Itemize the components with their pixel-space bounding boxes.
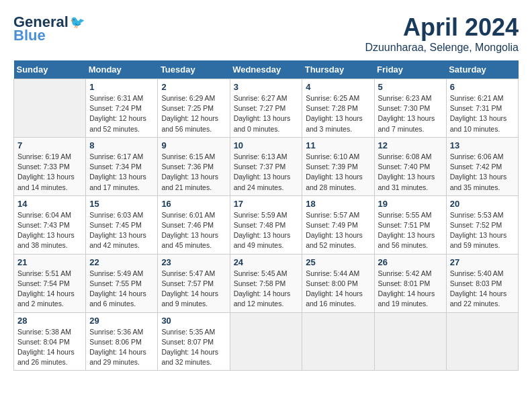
table-row: 26 Sunrise: 5:42 AMSunset: 8:01 PMDaylig… [374,254,446,312]
day-info: Sunrise: 5:51 AMSunset: 7:54 PMDaylight:… [17,269,82,310]
day-number: 5 [378,82,443,92]
day-number: 28 [17,316,82,326]
day-info: Sunrise: 6:31 AMSunset: 7:24 PMDaylight:… [89,93,154,134]
day-number: 12 [378,140,443,150]
table-row: 16 Sunrise: 6:01 AMSunset: 7:46 PMDaylig… [158,195,230,254]
day-number: 30 [161,316,226,326]
table-row: 4 Sunrise: 6:25 AMSunset: 7:28 PMDayligh… [302,79,374,138]
day-info: Sunrise: 5:57 AMSunset: 7:49 PMDaylight:… [306,210,370,251]
day-info: Sunrise: 6:17 AMSunset: 7:34 PMDaylight:… [89,152,154,193]
day-info: Sunrise: 5:42 AMSunset: 8:01 PMDaylight:… [378,269,443,310]
table-row: 29 Sunrise: 5:36 AMSunset: 8:06 PMDaylig… [86,312,158,371]
table-row: 28 Sunrise: 5:38 AMSunset: 8:04 PMDaylig… [14,312,86,371]
day-number: 24 [234,257,299,267]
table-row: 22 Sunrise: 5:49 AMSunset: 7:55 PMDaylig… [86,254,158,312]
day-number: 2 [161,82,226,92]
calendar-week-row: 7 Sunrise: 6:19 AMSunset: 7:33 PMDayligh… [14,137,519,195]
col-sunday: Sunday [14,60,86,79]
table-row [230,312,302,371]
calendar-week-row: 21 Sunrise: 5:51 AMSunset: 7:54 PMDaylig… [14,254,519,312]
day-number: 15 [89,199,154,209]
table-row: 5 Sunrise: 6:23 AMSunset: 7:30 PMDayligh… [374,79,446,138]
table-row: 8 Sunrise: 6:17 AMSunset: 7:34 PMDayligh… [86,137,158,195]
table-row [446,312,518,371]
day-info: Sunrise: 5:47 AMSunset: 7:57 PMDaylight:… [161,269,226,310]
day-number: 25 [306,257,370,267]
day-info: Sunrise: 5:44 AMSunset: 8:00 PMDaylight:… [306,269,370,310]
day-number: 26 [378,257,443,267]
col-tuesday: Tuesday [158,60,230,79]
day-info: Sunrise: 6:04 AMSunset: 7:43 PMDaylight:… [17,210,82,251]
day-info: Sunrise: 5:40 AMSunset: 8:03 PMDaylight:… [450,269,515,310]
day-info: Sunrise: 6:21 AMSunset: 7:31 PMDaylight:… [450,93,515,134]
table-row: 13 Sunrise: 6:06 AMSunset: 7:42 PMDaylig… [446,137,518,195]
day-number: 3 [234,82,299,92]
col-saturday: Saturday [446,60,518,79]
day-info: Sunrise: 6:27 AMSunset: 7:27 PMDaylight:… [234,93,299,134]
table-row: 7 Sunrise: 6:19 AMSunset: 7:33 PMDayligh… [14,137,86,195]
day-info: Sunrise: 6:06 AMSunset: 7:42 PMDaylight:… [450,152,515,193]
day-number: 27 [450,257,515,267]
table-row: 25 Sunrise: 5:44 AMSunset: 8:00 PMDaylig… [302,254,374,312]
day-number: 18 [306,199,370,209]
calendar-week-row: 1 Sunrise: 6:31 AMSunset: 7:24 PMDayligh… [14,79,519,138]
day-info: Sunrise: 6:10 AMSunset: 7:39 PMDaylight:… [306,152,370,193]
day-info: Sunrise: 6:13 AMSunset: 7:37 PMDaylight:… [234,152,299,193]
day-number: 22 [89,257,154,267]
table-row: 9 Sunrise: 6:15 AMSunset: 7:36 PMDayligh… [158,137,230,195]
day-info: Sunrise: 6:25 AMSunset: 7:28 PMDaylight:… [306,93,370,134]
location-subtitle: Dzuunharaa, Selenge, Mongolia [365,42,519,54]
table-row [302,312,374,371]
logo-bird-icon: 🐦 [70,15,85,30]
day-number: 19 [378,199,443,209]
table-row: 14 Sunrise: 6:04 AMSunset: 7:43 PMDaylig… [14,195,86,254]
day-number: 9 [161,140,226,150]
day-number: 13 [450,140,515,150]
day-number: 14 [17,199,82,209]
day-info: Sunrise: 5:49 AMSunset: 7:55 PMDaylight:… [89,269,154,310]
day-number: 20 [450,199,515,209]
day-number: 29 [89,316,154,326]
calendar-week-row: 28 Sunrise: 5:38 AMSunset: 8:04 PMDaylig… [14,312,519,371]
table-row [14,79,86,138]
day-info: Sunrise: 6:01 AMSunset: 7:46 PMDaylight:… [161,210,226,251]
table-row: 30 Sunrise: 5:35 AMSunset: 8:07 PMDaylig… [158,312,230,371]
day-number: 11 [306,140,370,150]
col-wednesday: Wednesday [230,60,302,79]
table-row: 17 Sunrise: 5:59 AMSunset: 7:48 PMDaylig… [230,195,302,254]
month-year-title: April 2024 [365,13,519,42]
day-info: Sunrise: 5:35 AMSunset: 8:07 PMDaylight:… [161,327,226,368]
table-row: 21 Sunrise: 5:51 AMSunset: 7:54 PMDaylig… [14,254,86,312]
day-info: Sunrise: 6:15 AMSunset: 7:36 PMDaylight:… [161,152,226,193]
table-row: 11 Sunrise: 6:10 AMSunset: 7:39 PMDaylig… [302,137,374,195]
day-number: 7 [17,140,82,150]
logo-blue-text: Blue [13,27,46,44]
day-number: 17 [234,199,299,209]
table-row: 6 Sunrise: 6:21 AMSunset: 7:31 PMDayligh… [446,79,518,138]
table-row: 3 Sunrise: 6:27 AMSunset: 7:27 PMDayligh… [230,79,302,138]
page-header: General 🐦 Blue April 2024 Dzuunharaa, Se… [13,13,519,54]
day-info: Sunrise: 5:36 AMSunset: 8:06 PMDaylight:… [89,327,154,368]
day-number: 10 [234,140,299,150]
day-info: Sunrise: 5:59 AMSunset: 7:48 PMDaylight:… [234,210,299,251]
table-row: 15 Sunrise: 6:03 AMSunset: 7:45 PMDaylig… [86,195,158,254]
day-number: 4 [306,82,370,92]
table-row: 12 Sunrise: 6:08 AMSunset: 7:40 PMDaylig… [374,137,446,195]
day-number: 23 [161,257,226,267]
col-friday: Friday [374,60,446,79]
table-row: 27 Sunrise: 5:40 AMSunset: 8:03 PMDaylig… [446,254,518,312]
calendar-week-row: 14 Sunrise: 6:04 AMSunset: 7:43 PMDaylig… [14,195,519,254]
table-row: 10 Sunrise: 6:13 AMSunset: 7:37 PMDaylig… [230,137,302,195]
table-row: 1 Sunrise: 6:31 AMSunset: 7:24 PMDayligh… [86,79,158,138]
table-row [374,312,446,371]
day-number: 8 [89,140,154,150]
calendar-table: Sunday Monday Tuesday Wednesday Thursday… [13,60,519,371]
day-info: Sunrise: 6:29 AMSunset: 7:25 PMDaylight:… [161,93,226,134]
table-row: 20 Sunrise: 5:53 AMSunset: 7:52 PMDaylig… [446,195,518,254]
table-row: 2 Sunrise: 6:29 AMSunset: 7:25 PMDayligh… [158,79,230,138]
day-number: 21 [17,257,82,267]
day-info: Sunrise: 5:45 AMSunset: 7:58 PMDaylight:… [234,269,299,310]
day-info: Sunrise: 5:53 AMSunset: 7:52 PMDaylight:… [450,210,515,251]
day-info: Sunrise: 5:55 AMSunset: 7:51 PMDaylight:… [378,210,443,251]
logo: General 🐦 Blue [13,13,85,44]
